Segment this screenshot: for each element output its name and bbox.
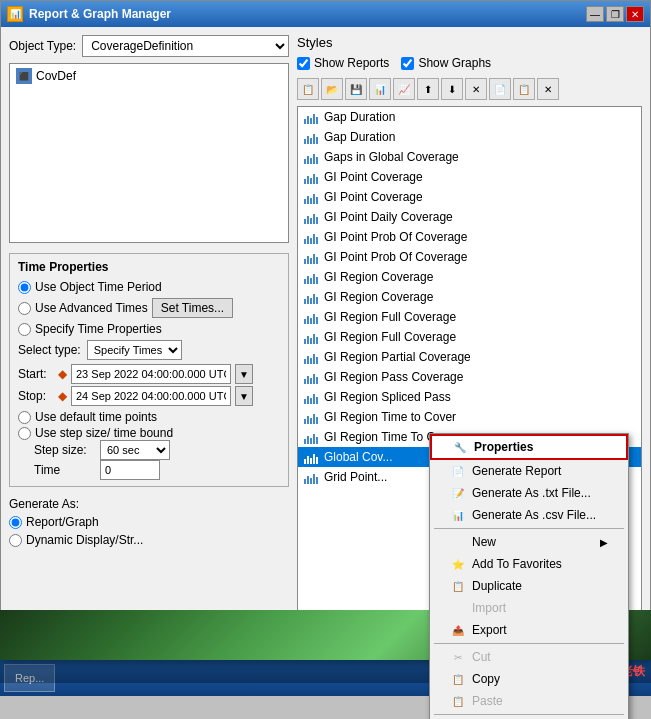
dynamic-display-radio[interactable] bbox=[9, 534, 22, 547]
toolbar-btn-1[interactable]: 📋 bbox=[297, 78, 319, 100]
step-size-row: Step size: 60 sec bbox=[34, 440, 280, 460]
properties-icon: 🔧 bbox=[452, 440, 468, 454]
start-input[interactable] bbox=[71, 364, 231, 384]
toolbar-btn-7[interactable]: ⬇ bbox=[441, 78, 463, 100]
stop-arrow-button[interactable]: ▼ bbox=[235, 386, 253, 406]
use-object-time-label: Use Object Time Period bbox=[35, 280, 162, 294]
minimize-button[interactable]: — bbox=[586, 6, 604, 22]
object-type-select[interactable]: CoverageDefinition bbox=[82, 35, 289, 57]
style-item-icon-18 bbox=[304, 450, 320, 464]
object-item-covdef[interactable]: ⬛ CovDef bbox=[12, 66, 286, 86]
ctx-add-favorites[interactable]: ⭐ Add To Favorites bbox=[430, 553, 628, 575]
ctx-separator-2 bbox=[434, 643, 624, 644]
toolbar-btn-11[interactable]: ✕ bbox=[537, 78, 559, 100]
object-type-row: Object Type: CoverageDefinition bbox=[9, 35, 289, 57]
specify-time-radio[interactable] bbox=[18, 323, 31, 336]
use-default-row: Use default time points bbox=[18, 410, 280, 424]
styles-toolbar: 📋 📂 💾 📊 📈 ⬆ ⬇ ✕ 📄 📋 ✕ bbox=[297, 78, 642, 100]
specify-time-row: Specify Time Properties bbox=[18, 322, 280, 336]
style-item-15[interactable]: GI Region Spliced Pass bbox=[298, 387, 641, 407]
toolbar-btn-6[interactable]: ⬆ bbox=[417, 78, 439, 100]
style-item-label-8: GI Point Prob Of Coverage bbox=[324, 250, 467, 264]
style-item-8[interactable]: GI Point Prob Of Coverage bbox=[298, 247, 641, 267]
style-item-13[interactable]: GI Region Partial Coverage bbox=[298, 347, 641, 367]
time-label: Time bbox=[34, 463, 94, 477]
use-default-radio[interactable] bbox=[18, 411, 31, 424]
style-item-icon-9 bbox=[304, 270, 320, 284]
style-item-label-6: GI Point Daily Coverage bbox=[324, 210, 453, 224]
ctx-generate-csv[interactable]: 📊 Generate As .csv File... bbox=[430, 504, 628, 526]
report-graph-radio[interactable] bbox=[9, 516, 22, 529]
style-item-4[interactable]: GI Point Coverage bbox=[298, 167, 641, 187]
title-controls: — ❐ ✕ bbox=[586, 6, 644, 22]
toolbar-btn-8[interactable]: ✕ bbox=[465, 78, 487, 100]
ctx-copy[interactable]: 📋 Copy bbox=[430, 668, 628, 690]
ctx-duplicate[interactable]: 📋 Duplicate bbox=[430, 575, 628, 597]
show-reports-checkbox[interactable] bbox=[297, 57, 310, 70]
select-type-select[interactable]: Specify Times bbox=[87, 340, 182, 360]
show-row: Show Reports Show Graphs bbox=[297, 56, 642, 70]
stop-label: Stop: bbox=[18, 389, 54, 403]
time-radio-group: Use Object Time Period Use Advanced Time… bbox=[18, 280, 280, 336]
style-item-1[interactable]: Gap Duration bbox=[298, 107, 641, 127]
style-item-label-18: Global Cov... bbox=[324, 450, 392, 464]
toolbar-btn-9[interactable]: 📄 bbox=[489, 78, 511, 100]
style-item-icon-5 bbox=[304, 190, 320, 204]
use-advanced-times-radio[interactable] bbox=[18, 302, 31, 315]
style-item-icon-16 bbox=[304, 410, 320, 424]
style-item-12[interactable]: GI Region Full Coverage bbox=[298, 327, 641, 347]
close-button[interactable]: ✕ bbox=[626, 6, 644, 22]
toolbar-btn-3[interactable]: 💾 bbox=[345, 78, 367, 100]
stop-input[interactable] bbox=[71, 386, 231, 406]
restore-button[interactable]: ❐ bbox=[606, 6, 624, 22]
style-item-2[interactable]: Gap Duration bbox=[298, 127, 641, 147]
ctx-generate-report[interactable]: 📄 Generate Report bbox=[430, 460, 628, 482]
ctx-separator-3 bbox=[434, 714, 624, 715]
style-item-14[interactable]: GI Region Pass Coverage bbox=[298, 367, 641, 387]
ctx-generate-txt[interactable]: 📝 Generate As .txt File... bbox=[430, 482, 628, 504]
ctx-new[interactable]: New ▶ bbox=[430, 531, 628, 553]
start-arrow-button[interactable]: ▼ bbox=[235, 364, 253, 384]
style-item-6[interactable]: GI Point Daily Coverage bbox=[298, 207, 641, 227]
style-item-3[interactable]: Gaps in Global Coverage bbox=[298, 147, 641, 167]
style-item-icon-15 bbox=[304, 390, 320, 404]
ctx-import: Import bbox=[430, 597, 628, 619]
toolbar-btn-10[interactable]: 📋 bbox=[513, 78, 535, 100]
object-item-label: CovDef bbox=[36, 69, 76, 83]
set-times-button[interactable]: Set Times... bbox=[152, 298, 233, 318]
style-item-10[interactable]: GI Region Coverage bbox=[298, 287, 641, 307]
stop-row: Stop: ◆ ▼ bbox=[18, 386, 280, 406]
object-list[interactable]: ⬛ CovDef bbox=[9, 63, 289, 243]
style-item-label-4: GI Point Coverage bbox=[324, 170, 423, 184]
ctx-export[interactable]: 📤 Export bbox=[430, 619, 628, 641]
window-title: Report & Graph Manager bbox=[29, 7, 171, 21]
toolbar-btn-2[interactable]: 📂 bbox=[321, 78, 343, 100]
dynamic-display-row: Dynamic Display/Str... bbox=[9, 533, 289, 547]
styles-label: Styles bbox=[297, 35, 642, 50]
toolbar-btn-5[interactable]: 📈 bbox=[393, 78, 415, 100]
start-row: Start: ◆ ▼ bbox=[18, 364, 280, 384]
style-item-11[interactable]: GI Region Full Coverage bbox=[298, 307, 641, 327]
style-item-5[interactable]: GI Point Coverage bbox=[298, 187, 641, 207]
select-type-label: Select type: bbox=[18, 343, 81, 357]
new-icon bbox=[450, 535, 466, 549]
show-graphs-checkbox[interactable] bbox=[401, 57, 414, 70]
dynamic-display-label: Dynamic Display/Str... bbox=[26, 533, 143, 547]
style-item-icon-11 bbox=[304, 310, 320, 324]
step-size-select[interactable]: 60 sec bbox=[100, 440, 170, 460]
time-input[interactable] bbox=[100, 460, 160, 480]
ctx-properties[interactable]: 🔧 Properties bbox=[430, 434, 628, 460]
toolbar-btn-4[interactable]: 📊 bbox=[369, 78, 391, 100]
use-step-radio[interactable] bbox=[18, 427, 31, 440]
style-item-7[interactable]: GI Point Prob Of Coverage bbox=[298, 227, 641, 247]
generate-report-icon: 📄 bbox=[450, 464, 466, 478]
start-label: Start: bbox=[18, 367, 54, 381]
show-graphs-label: Show Graphs bbox=[418, 56, 491, 70]
style-item-icon-14 bbox=[304, 370, 320, 384]
style-item-icon-4 bbox=[304, 170, 320, 184]
covdef-icon: ⬛ bbox=[16, 68, 32, 84]
use-object-time-radio[interactable] bbox=[18, 281, 31, 294]
style-item-label-3: Gaps in Global Coverage bbox=[324, 150, 459, 164]
style-item-16[interactable]: GI Region Time to Cover bbox=[298, 407, 641, 427]
style-item-9[interactable]: GI Region Coverage bbox=[298, 267, 641, 287]
